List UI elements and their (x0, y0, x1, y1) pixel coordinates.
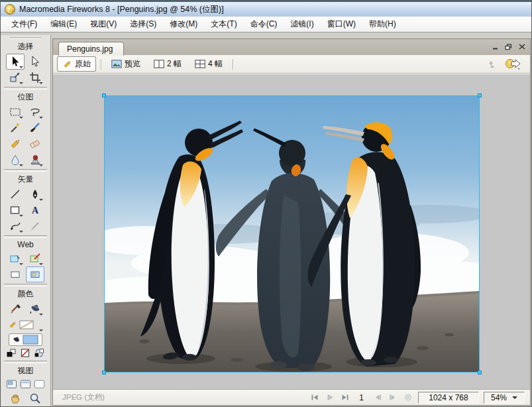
preview-view-label: 预览 (125, 58, 140, 70)
show-slices-icon (28, 268, 42, 280)
stroke-pencil-icon (8, 320, 17, 329)
selection-handle-bottom-right[interactable] (478, 371, 482, 375)
eyedropper-tool[interactable] (6, 301, 25, 317)
magic-wand-tool[interactable] (6, 120, 25, 136)
restore-button[interactable] (503, 42, 514, 52)
menu-help[interactable]: 帮助(H) (362, 17, 403, 32)
last-frame-button[interactable] (340, 393, 350, 402)
original-view-button[interactable]: 原始 (57, 56, 96, 72)
two-up-view-button[interactable]: 2 幅 (148, 56, 187, 72)
fullscreen-menus-button[interactable] (19, 378, 32, 390)
four-up-icon (195, 60, 205, 68)
minimize-icon (492, 44, 499, 50)
menu-edit[interactable]: 编辑(E) (44, 17, 83, 32)
original-pencil-icon (62, 60, 72, 69)
previous-frame-icon (374, 394, 382, 401)
close-button[interactable] (516, 42, 527, 52)
menu-filters[interactable]: 滤镜(I) (284, 17, 320, 32)
slice-tool[interactable] (26, 251, 44, 266)
quick-export-button[interactable] (505, 58, 522, 70)
eyedropper-icon (9, 303, 22, 315)
zoom-tool[interactable] (26, 390, 44, 406)
lasso-tool[interactable] (26, 104, 44, 120)
selection-handle-top-left[interactable] (102, 93, 106, 97)
app-title-bar: Macromedia Fireworks 8 - [Penguins.jpg @… (1, 1, 531, 17)
play-button[interactable] (325, 393, 335, 402)
menu-view[interactable]: 视图(V) (83, 17, 123, 32)
pointer-tool[interactable] (6, 54, 25, 70)
freeform-tool[interactable] (6, 218, 25, 234)
selection-handle-top-right[interactable] (478, 93, 482, 97)
hide-slices-icon (9, 268, 22, 280)
panel-grip[interactable] (11, 37, 41, 39)
line-icon (9, 188, 22, 200)
rubber-stamp-tool[interactable] (26, 152, 44, 168)
menu-window[interactable]: 窗口(W) (321, 17, 362, 32)
selected-bitmap-object[interactable] (104, 95, 480, 373)
tools-section-view-title: 视图 (1, 365, 50, 378)
four-up-view-button[interactable]: 4 幅 (189, 56, 228, 72)
zoom-level-dropdown[interactable]: 54% (484, 392, 525, 404)
stop-button[interactable] (403, 393, 413, 402)
subselection-icon (28, 56, 42, 68)
pen-tool[interactable] (26, 186, 44, 202)
preview-view-button[interactable]: 预览 (106, 56, 146, 72)
pencil-tool[interactable] (6, 136, 25, 152)
no-color-button[interactable] (19, 347, 32, 359)
selection-handle-bottom-left[interactable] (102, 371, 106, 375)
brush-tool[interactable] (26, 120, 44, 136)
menu-select[interactable]: 选择(S) (123, 17, 163, 32)
document-status-bar: JPEG (文档) 1 (53, 389, 530, 405)
text-tool[interactable]: A (26, 202, 44, 218)
canvas-area[interactable] (53, 74, 530, 389)
scale-tool[interactable] (6, 70, 25, 86)
crop-tool[interactable] (26, 70, 44, 86)
hide-slices-button[interactable] (6, 266, 25, 282)
frame-number: 1 (355, 393, 368, 402)
tools-panel: 选择 位图 (1, 35, 51, 406)
paint-bucket-tool[interactable] (26, 301, 44, 317)
document-tab[interactable]: Penguins.jpg (58, 42, 124, 56)
line-tool[interactable] (6, 186, 25, 202)
next-frame-icon (389, 394, 397, 401)
document-window-controls (490, 42, 527, 52)
hotspot-tool[interactable] (6, 251, 25, 266)
next-frame-button[interactable] (388, 393, 398, 402)
fill-color-well[interactable] (9, 333, 42, 346)
marquee-tool[interactable] (6, 104, 25, 120)
eraser-icon (28, 138, 42, 150)
hand-tool[interactable] (6, 390, 25, 406)
swap-colors-button[interactable] (32, 347, 46, 359)
standard-screen-button[interactable] (5, 378, 18, 390)
rectangle-tool[interactable] (6, 202, 25, 218)
menu-commands[interactable]: 命令(C) (244, 17, 284, 32)
menu-text[interactable]: 文本(T) (204, 17, 243, 32)
eraser-tool[interactable] (26, 136, 44, 152)
blur-tool[interactable] (6, 152, 25, 168)
stop-icon (404, 394, 412, 401)
zoom-level-value: 54% (491, 393, 507, 402)
fullscreen-button[interactable] (32, 378, 46, 390)
two-up-icon (154, 60, 164, 68)
default-colors-button[interactable] (5, 347, 18, 359)
fill-swatch-icon (23, 335, 38, 345)
menu-file[interactable]: 文件(F) (5, 17, 44, 32)
first-frame-button[interactable] (309, 393, 320, 402)
knife-tool[interactable] (26, 218, 44, 234)
two-up-view-label: 2 幅 (167, 58, 182, 70)
menu-modify[interactable]: 修改(M) (163, 17, 204, 32)
brush-icon (28, 122, 42, 134)
restore-icon (505, 44, 512, 50)
four-up-view-label: 4 幅 (208, 58, 223, 70)
previous-frame-button[interactable] (372, 393, 383, 402)
preview-image-icon (111, 60, 122, 68)
last-frame-icon (341, 394, 349, 401)
show-slices-button[interactable] (26, 266, 44, 282)
first-frame-icon (311, 394, 319, 401)
no-color-icon (20, 348, 30, 358)
stroke-color-well[interactable] (6, 317, 44, 333)
subselection-tool[interactable] (26, 54, 44, 70)
canvas-size-indicator[interactable]: 1024 x 768 (418, 392, 479, 404)
minimize-button[interactable] (490, 42, 501, 52)
workspace: 选择 位图 (1, 34, 531, 406)
